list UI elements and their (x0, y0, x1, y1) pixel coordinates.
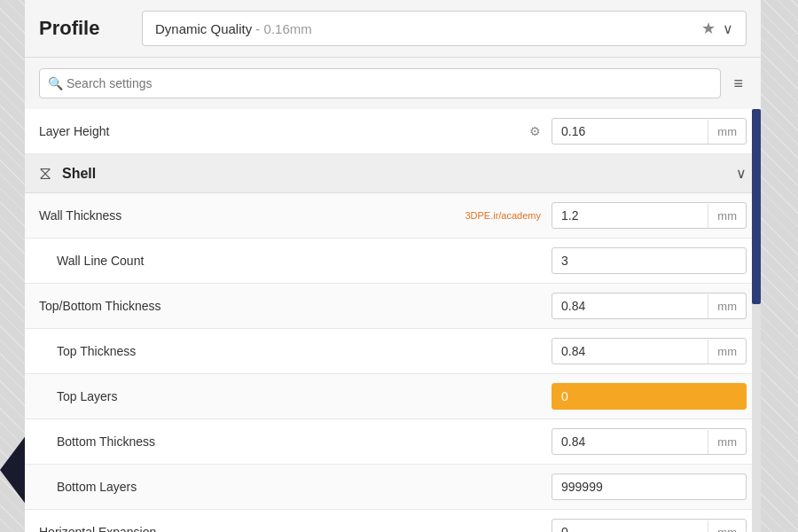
shell-item-row: Top/Bottom Thickness0.84mm (25, 284, 761, 329)
setting-unit: mm (708, 340, 746, 364)
setting-value-box[interactable]: 999999 (552, 473, 747, 500)
search-area: 🔍 ≡ (25, 58, 761, 109)
setting-value-box[interactable]: 0.84mm (552, 338, 747, 364)
setting-value: 999999 (552, 474, 746, 499)
setting-value-box[interactable]: 1.2mm (552, 202, 747, 229)
settings-content: Layer Height ⚙ 0.16 mm ⧖ Shell ∨ Wall Th… (25, 109, 761, 532)
setting-value-box[interactable]: 3 (552, 247, 747, 274)
setting-value: 0.84 (552, 429, 708, 454)
shell-item-row: Wall Thickness3DPE.ir/academy1.2mm (25, 193, 761, 239)
shell-item-label: Bottom Layers (39, 480, 552, 494)
layer-height-value-box[interactable]: 0.16 mm (552, 118, 747, 145)
shell-item-label: Bottom Thickness (39, 434, 552, 449)
shell-item-label: Horizontal Expansion (39, 525, 552, 532)
star-icon[interactable]: ★ (701, 19, 716, 38)
scrollbar-thumb[interactable] (752, 109, 761, 304)
search-input[interactable] (39, 68, 721, 98)
layer-height-unit: mm (708, 120, 746, 144)
scrollbar-track[interactable] (752, 109, 761, 532)
shell-item-label: Wall Line Count (39, 254, 552, 268)
setting-value: 0.84 (552, 293, 708, 318)
setting-value: 0 (552, 384, 746, 409)
search-wrapper: 🔍 (39, 68, 721, 98)
shell-item-label: Top Thickness (39, 344, 552, 358)
shell-item-row: Horizontal Expansion0mm (25, 510, 761, 532)
setting-unit: mm (708, 204, 746, 228)
chevron-down-icon[interactable]: ∨ (723, 20, 733, 37)
shell-item-label: Top Layers (39, 389, 552, 403)
main-panel: Profile Dynamic Quality - 0.16mm ★ ∨ 🔍 ≡… (25, 0, 761, 532)
shell-section-header[interactable]: ⧖ Shell ∨ (25, 154, 761, 193)
setting-unit: mm (708, 430, 746, 454)
setting-value-box[interactable]: 0 (552, 383, 747, 410)
menu-icon[interactable]: ≡ (730, 71, 747, 97)
shell-item-row: Bottom Thickness0.84mm (25, 419, 761, 465)
shell-items-container: Wall Thickness3DPE.ir/academy1.2mmWall L… (25, 193, 761, 532)
layer-height-row: Layer Height ⚙ 0.16 mm (25, 109, 761, 154)
profile-name: Dynamic Quality - 0.16mm (155, 21, 694, 36)
setting-value-box[interactable]: 0mm (552, 519, 747, 532)
shell-icon: ⧖ (39, 163, 51, 184)
shell-item-row: Top Layers0 (25, 374, 761, 419)
profile-dropdown[interactable]: Dynamic Quality - 0.16mm ★ ∨ (142, 11, 747, 46)
shell-item-row: Bottom Layers999999 (25, 465, 761, 510)
shell-expand-icon[interactable]: ∨ (736, 165, 747, 182)
setting-value: 0.84 (552, 339, 708, 364)
header: Profile Dynamic Quality - 0.16mm ★ ∨ (25, 0, 761, 58)
setting-value: 0 (552, 520, 708, 532)
shell-item-label: Wall Thickness (39, 208, 465, 223)
shell-item-row: Top Thickness0.84mm (25, 329, 761, 374)
shell-section-title: Shell (62, 166, 736, 182)
shell-item-label: Top/Bottom Thickness (39, 299, 552, 313)
setting-value: 1.2 (552, 203, 708, 228)
setting-value: 3 (552, 248, 746, 273)
lock-icon: ⚙ (529, 124, 541, 138)
setting-badge: 3DPE.ir/academy (465, 210, 541, 221)
setting-unit: mm (708, 294, 746, 318)
shell-item-row: Wall Line Count3 (25, 239, 761, 284)
setting-value-box[interactable]: 0.84mm (552, 428, 747, 455)
layer-height-value: 0.16 (552, 119, 708, 144)
search-icon: 🔍 (48, 76, 63, 90)
layer-height-label: Layer Height (39, 124, 529, 138)
setting-unit: mm (708, 520, 746, 533)
setting-value-box[interactable]: 0.84mm (552, 293, 747, 319)
page-title: Profile (39, 17, 128, 40)
